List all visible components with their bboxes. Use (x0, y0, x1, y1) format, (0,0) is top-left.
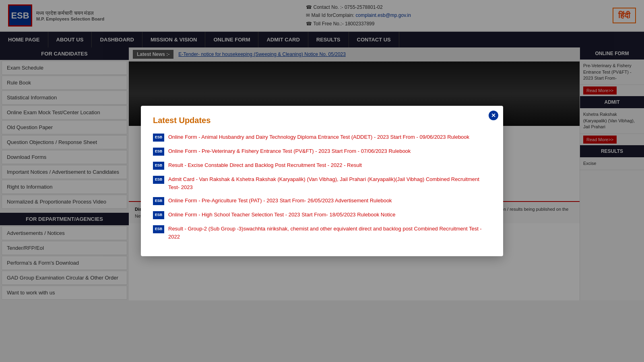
esb-icon: ESB (153, 148, 164, 156)
latest-updates-modal: ✕ Latest Updates ESBOnline Form - Animal… (141, 106, 503, 256)
modal-list-item: ESBOnline Form - High School Teacher Sel… (153, 211, 491, 219)
modal-list-item: ESBAdmit Card - Van Rakshak & Kshetra Ra… (153, 175, 491, 191)
modal-item-text[interactable]: Result - Group-2 (Sub Group -3)swachhta … (168, 225, 491, 241)
modal-item-text[interactable]: Online Form - Pre-Veterinary & Fishery E… (168, 147, 411, 155)
modal-list-item: ESBOnline Form - Pre-Agriculture Test (P… (153, 197, 491, 205)
modal-list-item: ESBOnline Form - Pre-Veterinary & Fisher… (153, 147, 491, 156)
esb-icon: ESB (153, 211, 164, 219)
modal-close-button[interactable]: ✕ (489, 111, 498, 120)
modal-item-text[interactable]: Online Form - High School Teacher Select… (168, 211, 396, 219)
esb-icon: ESB (153, 162, 164, 170)
esb-icon: ESB (153, 197, 164, 205)
esb-icon: ESB (153, 134, 164, 142)
modal-items-list: ESBOnline Form - Animal Husbandry and Da… (153, 133, 491, 241)
modal-item-text[interactable]: Result - Excise Constable Direct and Bac… (168, 161, 362, 169)
modal-overlay[interactable]: ✕ Latest Updates ESBOnline Form - Animal… (0, 0, 644, 300)
modal-item-text[interactable]: Online Form - Animal Husbandry and Dairy… (168, 133, 469, 141)
modal-item-text[interactable]: Admit Card - Van Rakshak & Kshetra Raksh… (168, 175, 491, 191)
modal-title: Latest Updates (153, 116, 491, 125)
modal-list-item: ESBResult - Excise Constable Direct and … (153, 161, 491, 170)
modal-list-item: ESBResult - Group-2 (Sub Group -3)swachh… (153, 225, 491, 241)
modal-item-text[interactable]: Online Form - Pre-Agriculture Test (PAT)… (168, 197, 392, 205)
esb-icon: ESB (153, 225, 164, 233)
esb-icon: ESB (153, 176, 164, 184)
modal-list-item: ESBOnline Form - Animal Husbandry and Da… (153, 133, 491, 142)
